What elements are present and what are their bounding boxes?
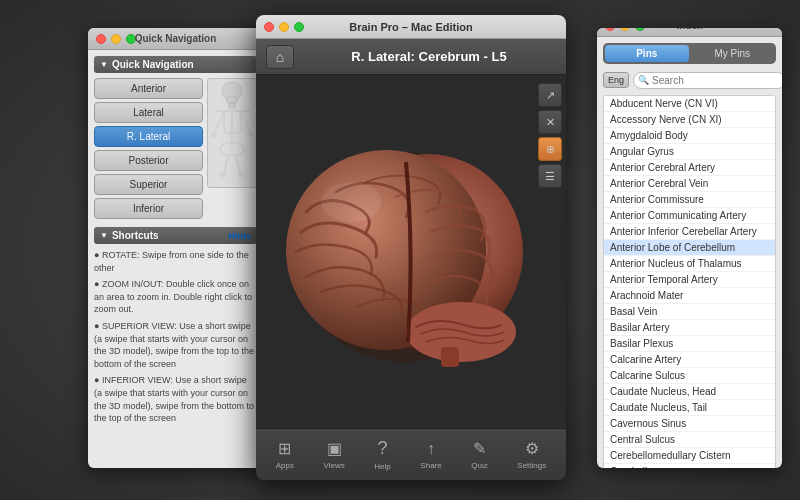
index-item[interactable]: Caudate Nucleus, Tail	[604, 400, 775, 416]
index-tab-switcher: Pins My Pins	[603, 43, 776, 64]
search-icon: 🔍	[638, 75, 649, 85]
index-item[interactable]: Abducent Nerve (CN VI)	[604, 96, 775, 112]
brain-close-button[interactable]	[264, 22, 274, 32]
index-item[interactable]: Basilar Artery	[604, 320, 775, 336]
tab-quiz-label: Quiz	[471, 461, 487, 470]
index-item[interactable]: Central Sulcus	[604, 432, 775, 448]
tab-pins[interactable]: Pins	[605, 45, 689, 62]
index-item[interactable]: Accessory Nerve (CN XI)	[604, 112, 775, 128]
tool-btn-arrow[interactable]: ↗	[538, 83, 562, 107]
svg-line-9	[241, 111, 251, 133]
nav-btn-superior[interactable]: Superior	[94, 174, 203, 195]
index-item[interactable]: Calcarine Artery	[604, 352, 775, 368]
svg-point-21	[321, 182, 381, 222]
search-wrapper: 🔍	[633, 70, 782, 89]
tab-share[interactable]: ↑ Share	[414, 436, 447, 474]
index-item[interactable]: Anterior Nucleus of Thalamus	[604, 256, 775, 272]
index-item[interactable]: Anterior Temporal Artery	[604, 272, 775, 288]
shortcut-rotate: ● ROTATE: Swipe from one side to the oth…	[94, 249, 257, 274]
right-tools: ↗ ✕ ⊕ ☰	[538, 83, 562, 188]
tab-help-label: Help	[374, 462, 390, 471]
index-item[interactable]: Cavernous Sinus	[604, 416, 775, 432]
tab-apps-label: Apps	[276, 461, 294, 470]
index-item[interactable]: Basal Vein	[604, 304, 775, 320]
shortcuts-label: Shortcuts	[112, 230, 159, 241]
apps-icon: ⊞	[278, 439, 291, 458]
brain-3d-model[interactable]	[276, 132, 546, 372]
index-window: Index Pins My Pins Eng 🔍 Abducent Nerve …	[597, 28, 782, 468]
hints-link[interactable]: Hints	[229, 231, 252, 241]
skeleton-image	[207, 78, 257, 188]
nav-buttons-area: Anterior Lateral R. Lateral Posterior Su…	[94, 78, 257, 219]
tab-views[interactable]: ▣ Views	[318, 435, 351, 474]
index-item[interactable]: Caudate Nucleus, Head	[604, 384, 775, 400]
brain-bottom-bar: ⊞ Apps ▣ Views ? Help ↑ Share ✎ Quiz ⚙ S…	[256, 428, 566, 480]
nav-btn-r-lateral[interactable]: R. Lateral	[94, 126, 203, 147]
tab-settings[interactable]: ⚙ Settings	[511, 435, 552, 474]
nav-btn-lateral[interactable]: Lateral	[94, 102, 203, 123]
index-item[interactable]: Arachnoid Mater	[604, 288, 775, 304]
tool-btn-menu[interactable]: ☰	[538, 164, 562, 188]
help-icon: ?	[378, 438, 388, 459]
brain-titlebar: Brain Pro – Mac Edition	[256, 15, 566, 39]
svg-point-14	[219, 173, 227, 177]
shortcuts-text: ● ROTATE: Swipe from one side to the oth…	[94, 249, 257, 429]
tab-help[interactable]: ? Help	[368, 434, 396, 475]
index-titlebar: Index	[597, 28, 782, 37]
svg-point-19	[406, 302, 516, 362]
quick-nav-titlebar: Quick Navigation	[88, 28, 263, 50]
tool-btn-zoom[interactable]: ⊕	[538, 137, 562, 161]
index-item[interactable]: Anterior Cerebral Artery	[604, 160, 775, 176]
svg-line-8	[214, 111, 224, 133]
svg-rect-20	[441, 347, 459, 367]
index-item[interactable]: Angular Gyrus	[604, 144, 775, 160]
zoom-icon: ⊕	[546, 143, 555, 156]
index-item[interactable]: Cerebellomedullary Cistern	[604, 448, 775, 464]
index-item[interactable]: Anterior Commissure	[604, 192, 775, 208]
shortcuts-arrow-icon: ▼	[100, 231, 108, 240]
index-item[interactable]: Anterior Lobe of Cerebellum	[604, 240, 775, 256]
home-button[interactable]: ⌂	[266, 45, 294, 69]
home-icon: ⌂	[276, 49, 284, 65]
brain-minimize-button[interactable]	[279, 22, 289, 32]
shortcut-inferior: ● INFERIOR VIEW: Use a short swipe (a sw…	[94, 374, 257, 424]
index-item[interactable]: Anterior Communicating Artery	[604, 208, 775, 224]
index-item[interactable]: Anterior Cerebral Vein	[604, 176, 775, 192]
index-item[interactable]: Amygdaloid Body	[604, 128, 775, 144]
brain-window: Brain Pro – Mac Edition ⌂ R. Lateral: Ce…	[256, 15, 566, 480]
nav-btn-anterior[interactable]: Anterior	[94, 78, 203, 99]
quick-nav-section-header: ▼ Quick Navigation	[94, 56, 257, 73]
index-item[interactable]: Cerebellum	[604, 464, 775, 468]
brain-window-title: Brain Pro – Mac Edition	[349, 21, 472, 33]
tab-quiz[interactable]: ✎ Quiz	[465, 435, 493, 474]
arrow-icon: ↗	[546, 89, 555, 102]
skeleton-svg	[210, 81, 255, 186]
index-item[interactable]: Calcarine Sulcus	[604, 368, 775, 384]
tab-settings-label: Settings	[517, 461, 546, 470]
svg-point-11	[248, 133, 254, 137]
tool-btn-close[interactable]: ✕	[538, 110, 562, 134]
share-icon: ↑	[427, 440, 435, 458]
search-input[interactable]	[633, 72, 782, 89]
shortcuts-section-header: ▼ Shortcuts Hints	[94, 227, 257, 244]
section-label: Quick Navigation	[112, 59, 194, 70]
index-minimize-button[interactable]	[620, 28, 630, 31]
index-zoom-button[interactable]	[635, 28, 645, 31]
language-select[interactable]: Eng	[603, 72, 629, 88]
minimize-button[interactable]	[111, 34, 121, 44]
index-item[interactable]: Basilar Plexus	[604, 336, 775, 352]
close-button[interactable]	[96, 34, 106, 44]
index-close-button[interactable]	[605, 28, 615, 31]
nav-btn-posterior[interactable]: Posterior	[94, 150, 203, 171]
tab-my-pins[interactable]: My Pins	[691, 45, 775, 62]
nav-btn-inferior[interactable]: Inferior	[94, 198, 203, 219]
shortcuts-section: ▼ Shortcuts Hints ● ROTATE: Swipe from o…	[94, 227, 257, 429]
brain-zoom-button[interactable]	[294, 22, 304, 32]
index-item[interactable]: Anterior Inferior Cerebellar Artery	[604, 224, 775, 240]
section-arrow-icon: ▼	[100, 60, 108, 69]
quick-nav-content: ▼ Quick Navigation Anterior Lateral R. L…	[88, 50, 263, 468]
brain-content: ↗ ✕ ⊕ ☰	[256, 75, 566, 428]
shortcut-superior: ● SUPERIOR VIEW: Use a short swipe (a sw…	[94, 320, 257, 370]
tab-apps[interactable]: ⊞ Apps	[270, 435, 300, 474]
index-list[interactable]: Abducent Nerve (CN VI)Accessory Nerve (C…	[603, 95, 776, 468]
